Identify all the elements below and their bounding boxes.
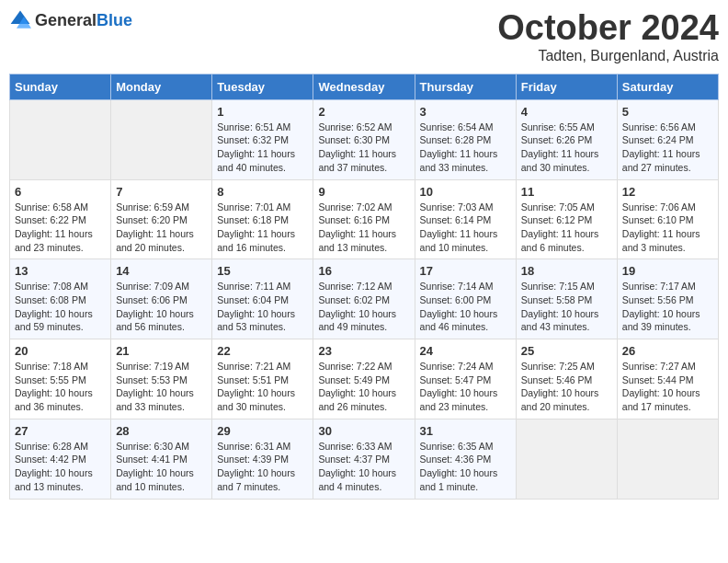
calendar-cell [10,99,111,179]
day-detail: Sunrise: 6:33 AMSunset: 4:37 PMDaylight:… [318,441,396,492]
day-detail: Sunrise: 7:06 AMSunset: 6:10 PMDaylight:… [622,201,700,253]
day-detail: Sunrise: 7:01 AMSunset: 6:18 PMDaylight:… [217,201,295,253]
calendar-body: 1Sunrise: 6:51 AMSunset: 6:32 PMDaylight… [10,99,719,499]
day-number: 6 [15,185,106,199]
calendar-cell: 2Sunrise: 6:52 AMSunset: 6:30 PMDaylight… [313,99,415,179]
day-number: 10 [420,185,511,199]
calendar-cell: 19Sunrise: 7:17 AMSunset: 5:56 PMDayligh… [617,259,718,339]
day-detail: Sunrise: 7:22 AMSunset: 5:49 PMDaylight:… [318,361,396,412]
day-number: 25 [521,344,612,358]
day-number: 27 [15,424,106,438]
day-detail: Sunrise: 6:51 AMSunset: 6:32 PMDaylight:… [217,121,295,173]
day-number: 26 [622,344,713,358]
calendar-week-2: 6Sunrise: 6:58 AMSunset: 6:22 PMDaylight… [10,179,719,259]
calendar-cell: 27Sunrise: 6:28 AMSunset: 4:42 PMDayligh… [10,419,111,499]
calendar-cell: 7Sunrise: 6:59 AMSunset: 6:20 PMDaylight… [111,179,212,259]
calendar-cell: 20Sunrise: 7:18 AMSunset: 5:55 PMDayligh… [10,339,111,419]
header-cell-saturday: Saturday [617,74,718,99]
day-detail: Sunrise: 7:02 AMSunset: 6:16 PMDaylight:… [318,201,396,253]
calendar-cell: 3Sunrise: 6:54 AMSunset: 6:28 PMDaylight… [415,99,516,179]
month-title: October 2024 [497,9,719,48]
day-detail: Sunrise: 6:31 AMSunset: 4:39 PMDaylight:… [217,441,295,492]
calendar-cell: 4Sunrise: 6:55 AMSunset: 6:26 PMDaylight… [516,99,617,179]
calendar-cell: 31Sunrise: 6:35 AMSunset: 4:36 PMDayligh… [415,419,516,499]
calendar-cell: 25Sunrise: 7:25 AMSunset: 5:46 PMDayligh… [516,339,617,419]
day-detail: Sunrise: 7:25 AMSunset: 5:46 PMDaylight:… [521,361,599,412]
calendar-cell: 17Sunrise: 7:14 AMSunset: 6:00 PMDayligh… [415,259,516,339]
day-number: 19 [622,264,713,278]
day-detail: Sunrise: 6:54 AMSunset: 6:28 PMDaylight:… [420,121,498,173]
day-detail: Sunrise: 6:28 AMSunset: 4:42 PMDaylight:… [15,441,93,492]
day-number: 15 [217,264,308,278]
title-block: October 2024 Tadten, Burgenland, Austria [497,9,719,64]
day-number: 22 [217,344,308,358]
day-detail: Sunrise: 7:19 AMSunset: 5:53 PMDaylight:… [116,361,194,412]
calendar-cell [617,419,718,499]
calendar-cell: 15Sunrise: 7:11 AMSunset: 6:04 PMDayligh… [212,259,313,339]
header-cell-wednesday: Wednesday [313,74,415,99]
calendar-week-5: 27Sunrise: 6:28 AMSunset: 4:42 PMDayligh… [10,419,719,499]
day-detail: Sunrise: 7:05 AMSunset: 6:12 PMDaylight:… [521,201,599,253]
day-number: 11 [521,185,612,199]
calendar-cell: 12Sunrise: 7:06 AMSunset: 6:10 PMDayligh… [617,179,718,259]
day-number: 7 [116,185,207,199]
day-detail: Sunrise: 7:09 AMSunset: 6:06 PMDaylight:… [116,281,194,332]
location-subtitle: Tadten, Burgenland, Austria [497,48,719,64]
header-cell-monday: Monday [111,74,212,99]
day-detail: Sunrise: 7:21 AMSunset: 5:51 PMDaylight:… [217,361,295,412]
calendar-cell: 24Sunrise: 7:24 AMSunset: 5:47 PMDayligh… [415,339,516,419]
day-number: 20 [15,344,106,358]
calendar-table: SundayMondayTuesdayWednesdayThursdayFrid… [9,74,719,500]
day-number: 31 [420,424,511,438]
day-detail: Sunrise: 6:30 AMSunset: 4:41 PMDaylight:… [116,441,194,492]
day-detail: Sunrise: 7:12 AMSunset: 6:02 PMDaylight:… [318,281,396,332]
day-detail: Sunrise: 6:56 AMSunset: 6:24 PMDaylight:… [622,121,700,173]
calendar-cell: 21Sunrise: 7:19 AMSunset: 5:53 PMDayligh… [111,339,212,419]
day-number: 16 [318,264,409,278]
day-detail: Sunrise: 6:58 AMSunset: 6:22 PMDaylight:… [15,201,93,253]
day-number: 24 [420,344,511,358]
calendar-header: SundayMondayTuesdayWednesdayThursdayFrid… [10,74,719,99]
day-number: 21 [116,344,207,358]
day-detail: Sunrise: 7:17 AMSunset: 5:56 PMDaylight:… [622,281,700,332]
day-detail: Sunrise: 7:15 AMSunset: 5:58 PMDaylight:… [521,281,599,332]
logo-icon [9,9,31,31]
day-number: 17 [420,264,511,278]
calendar-cell: 23Sunrise: 7:22 AMSunset: 5:49 PMDayligh… [313,339,415,419]
day-number: 1 [217,105,308,119]
logo: GeneralBlue [9,9,132,31]
day-number: 9 [318,185,409,199]
calendar-cell: 16Sunrise: 7:12 AMSunset: 6:02 PMDayligh… [313,259,415,339]
logo-blue: Blue [97,11,132,29]
calendar-cell: 6Sunrise: 6:58 AMSunset: 6:22 PMDaylight… [10,179,111,259]
calendar-cell: 18Sunrise: 7:15 AMSunset: 5:58 PMDayligh… [516,259,617,339]
day-detail: Sunrise: 7:11 AMSunset: 6:04 PMDaylight:… [217,281,295,332]
day-number: 30 [318,424,409,438]
day-number: 14 [116,264,207,278]
calendar-cell: 10Sunrise: 7:03 AMSunset: 6:14 PMDayligh… [415,179,516,259]
calendar-cell: 22Sunrise: 7:21 AMSunset: 5:51 PMDayligh… [212,339,313,419]
calendar-week-4: 20Sunrise: 7:18 AMSunset: 5:55 PMDayligh… [10,339,719,419]
calendar-cell [516,419,617,499]
day-detail: Sunrise: 7:24 AMSunset: 5:47 PMDaylight:… [420,361,498,412]
calendar-cell [111,99,212,179]
day-detail: Sunrise: 7:27 AMSunset: 5:44 PMDaylight:… [622,361,700,412]
day-number: 4 [521,105,612,119]
calendar-week-3: 13Sunrise: 7:08 AMSunset: 6:08 PMDayligh… [10,259,719,339]
calendar-cell: 11Sunrise: 7:05 AMSunset: 6:12 PMDayligh… [516,179,617,259]
day-number: 8 [217,185,308,199]
calendar-cell: 28Sunrise: 6:30 AMSunset: 4:41 PMDayligh… [111,419,212,499]
calendar-cell: 5Sunrise: 6:56 AMSunset: 6:24 PMDaylight… [617,99,718,179]
calendar-cell: 9Sunrise: 7:02 AMSunset: 6:16 PMDaylight… [313,179,415,259]
calendar-cell: 30Sunrise: 6:33 AMSunset: 4:37 PMDayligh… [313,419,415,499]
header-cell-thursday: Thursday [415,74,516,99]
header-cell-tuesday: Tuesday [212,74,313,99]
day-number: 23 [318,344,409,358]
day-number: 28 [116,424,207,438]
day-number: 2 [318,105,409,119]
header-cell-sunday: Sunday [10,74,111,99]
day-detail: Sunrise: 7:03 AMSunset: 6:14 PMDaylight:… [420,201,498,253]
day-detail: Sunrise: 7:08 AMSunset: 6:08 PMDaylight:… [15,281,93,332]
header-row: SundayMondayTuesdayWednesdayThursdayFrid… [10,74,719,99]
calendar-cell: 14Sunrise: 7:09 AMSunset: 6:06 PMDayligh… [111,259,212,339]
